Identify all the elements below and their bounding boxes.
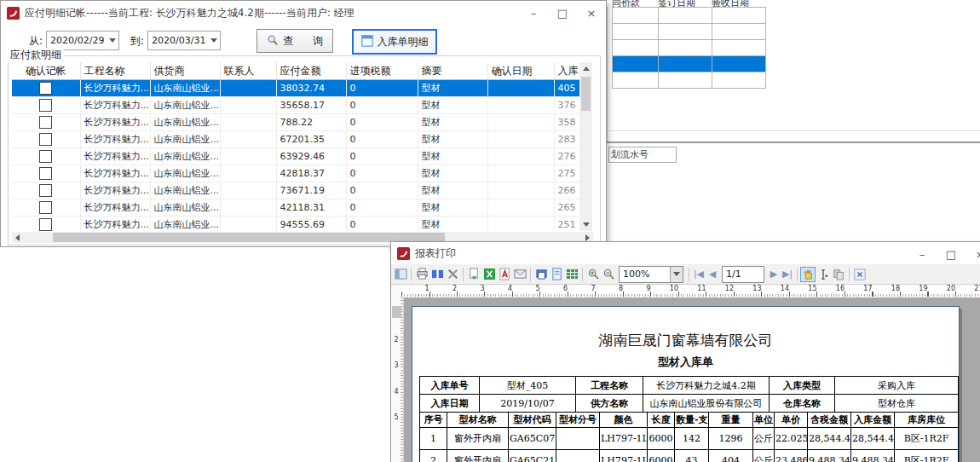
column-header[interactable]: 进项税额 [346, 62, 418, 80]
column-header: 库房库位 [895, 413, 959, 428]
background-contract-window: 同价款 签订日期 验收日期 划流水号 [588, 0, 980, 281]
summary-cell: 型材 [418, 97, 487, 114]
table-row[interactable] [612, 40, 766, 56]
confirm-checkbox[interactable] [39, 167, 52, 180]
scroll-left-icon[interactable] [12, 232, 23, 243]
print-setup-icon[interactable] [533, 267, 549, 282]
table-row[interactable]: 长沙万科魅力... 山东南山铝业... 94555.69 0 型材 251 [12, 217, 579, 232]
flow-number-field[interactable]: 划流水号 [608, 147, 677, 163]
query-button[interactable]: 查 询 [257, 29, 333, 53]
export-file-icon[interactable] [466, 267, 481, 282]
report-info-table: 入库单号 型材_405 工程名称 长沙万科魅力之城4.2期 入库类型 采购入库 … [419, 376, 959, 413]
to-date-value: 2020/03/31 [148, 35, 207, 46]
confirm-checkbox[interactable] [39, 218, 52, 231]
amount-cell: 42818.37 [276, 165, 346, 182]
column-header[interactable]: 联系人 [220, 62, 276, 80]
chevron-down-icon[interactable] [106, 32, 118, 49]
grid-export-icon[interactable] [564, 267, 579, 282]
confirm-checkbox[interactable] [39, 133, 52, 146]
confirm-checkbox-cell [12, 80, 80, 97]
table-row[interactable]: 长沙万科魅力... 山东南山铝业... 42118.31 0 型材 265 [12, 199, 579, 217]
scrollbar-thumb[interactable] [53, 233, 445, 242]
table-row[interactable] [612, 8, 766, 24]
close-preview-icon[interactable] [852, 267, 868, 282]
chevron-down-icon[interactable] [670, 267, 683, 282]
export-excel-icon[interactable] [481, 267, 497, 282]
column-header[interactable]: 供货商 [150, 62, 220, 80]
zoom-level-select[interactable]: 100% [619, 266, 683, 283]
table-row[interactable]: 长沙万科魅力... 山东南山铝业... 67201.35 0 型材 283 [12, 131, 579, 148]
confirm-checkbox[interactable] [39, 150, 52, 163]
close-button[interactable]: × [966, 242, 980, 266]
info-value: 山东南山铝业股份有限公司 [643, 395, 770, 413]
book-icon[interactable] [429, 267, 445, 282]
table-row[interactable]: 长沙万科魅力... 山东南山铝业... 63929.46 0 型材 276 [12, 148, 579, 165]
confirm-checkbox[interactable] [39, 82, 52, 95]
export-pdf-icon[interactable] [497, 267, 512, 282]
column-header[interactable]: 确认日期 [487, 62, 554, 80]
table-row[interactable] [612, 24, 766, 40]
print-icon[interactable] [414, 267, 429, 282]
copy-icon[interactable] [831, 267, 846, 282]
title-bar[interactable]: 应付明细记帐------当前工程: 长沙万科魅力之城4.2期------当前用户… [1, 1, 606, 25]
column-header[interactable]: 应付金额 [276, 62, 346, 80]
contact-cell [220, 165, 276, 182]
to-date-select[interactable]: 2020/03/31 [147, 31, 221, 50]
last-page-button[interactable]: ▶| [781, 269, 794, 280]
chevron-down-icon[interactable] [207, 32, 220, 49]
contact-cell [220, 97, 276, 114]
vertical-scrollbar[interactable] [579, 62, 592, 231]
report-item-row: 1 窗外开内扇 GA65C07 LH797-1LL 6000 142 1296 … [420, 428, 959, 450]
table-row[interactable]: 长沙万科魅力... 山东南山铝业... 35658.17 0 型材 376 [12, 97, 579, 114]
next-page-button[interactable]: ▶ [767, 269, 781, 280]
confirm-checkbox[interactable] [39, 116, 52, 129]
confirm-checkbox[interactable] [39, 201, 52, 214]
project-cell: 长沙万科魅力... [80, 217, 150, 232]
export-mail-icon[interactable] [512, 267, 527, 282]
table-row[interactable]: 长沙万科魅力... 山东南山铝业... 38032.74 0 型材 405 [12, 80, 579, 97]
info-label: 入库单号 [420, 377, 480, 395]
preview-panel-icon[interactable] [393, 267, 408, 282]
column-header[interactable]: 确认记帐 [12, 62, 80, 80]
minimize-button[interactable]: – [908, 242, 937, 266]
zoom-out-icon[interactable] [601, 267, 616, 282]
maximize-button[interactable]: □ [937, 242, 966, 266]
first-page-button[interactable]: |◀ [692, 269, 706, 280]
info-value: 采购入库 [835, 377, 959, 395]
amount-cell: 73671.19 [276, 182, 346, 199]
zoom-in-icon[interactable] [585, 267, 601, 282]
ruler-scroll-mark[interactable] [392, 306, 401, 318]
page-icon[interactable] [549, 267, 564, 282]
table-row-selected[interactable] [612, 56, 766, 72]
table-row[interactable] [612, 72, 766, 89]
maximize-button[interactable]: □ [548, 1, 577, 25]
column-header[interactable]: 摘要 [418, 62, 487, 80]
title-bar[interactable]: 报表打印 – □ × [391, 242, 980, 265]
scrollbar-thumb[interactable] [581, 77, 591, 111]
scroll-down-icon[interactable] [579, 218, 592, 231]
table-row[interactable]: 长沙万科魅力... 山东南山铝业... 73671.19 0 型材 266 [12, 182, 579, 199]
table-row[interactable]: 长沙万科魅力... 山东南山铝业... 42818.37 0 型材 275 [12, 165, 579, 182]
minimize-button[interactable]: – [519, 1, 548, 25]
confirm-checkbox[interactable] [39, 99, 52, 112]
payable-detail-window: 应付明细记帐------当前工程: 长沙万科魅力之城4.2期------当前用户… [0, 0, 607, 247]
stock-detail-button[interactable]: 入库单明细 [352, 29, 437, 55]
info-value: 长沙万科魅力之城4.2期 [643, 377, 770, 395]
confirm-checkbox[interactable] [39, 184, 52, 197]
text-select-tool-icon[interactable] [816, 267, 831, 282]
column-header[interactable]: 工程名称 [80, 62, 150, 80]
info-label: 仓库名称 [770, 395, 835, 413]
scroll-up-icon[interactable] [579, 62, 592, 75]
close-button[interactable]: × [577, 1, 606, 25]
tools-icon[interactable] [445, 267, 460, 282]
cell: B区-1R2F [895, 428, 959, 450]
column-header[interactable]: 入库 [554, 62, 579, 80]
tax-cell: 0 [346, 80, 418, 97]
stock-no-cell: 376 [554, 97, 579, 114]
contact-cell [220, 114, 276, 131]
hand-pan-tool-icon[interactable] [800, 267, 816, 282]
prev-page-button[interactable]: ◀ [706, 269, 719, 280]
table-row[interactable]: 长沙万科魅力... 山东南山铝业... 788.22 0 型材 358 [12, 114, 579, 131]
contact-cell [220, 199, 276, 217]
page-number-input[interactable]: 1/1 [722, 266, 764, 283]
